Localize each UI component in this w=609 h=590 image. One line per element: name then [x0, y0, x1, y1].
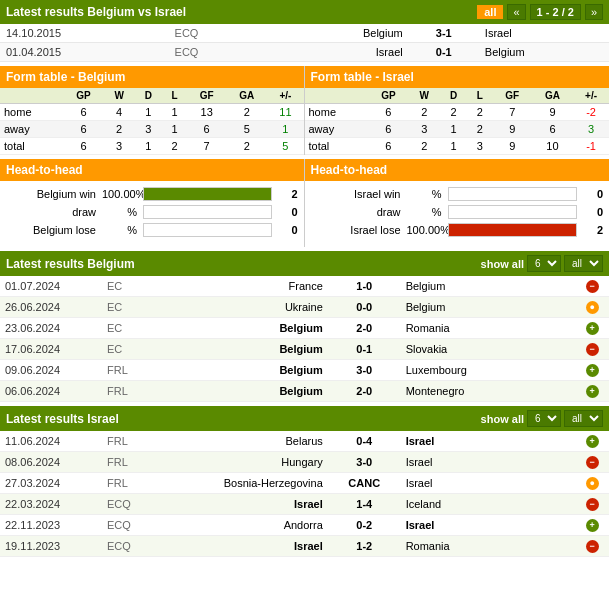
- form-header-cell: [0, 88, 63, 104]
- main-header: Latest results Belgium vs Israel all « 1…: [0, 0, 609, 24]
- h2h-count: 2: [278, 188, 298, 200]
- form-w: 2: [104, 121, 135, 138]
- result-icon: +: [575, 431, 609, 452]
- result-date: 01.07.2024: [0, 276, 102, 297]
- h2h-section: Head-to-head Belgium win 100.00% 2 draw …: [0, 159, 609, 247]
- latest-belgium-title: Latest results Belgium: [6, 257, 135, 271]
- form-label: total: [0, 138, 63, 155]
- h2h-label: draw: [311, 206, 401, 218]
- h2h-label: Belgium win: [6, 188, 96, 200]
- form-label: away: [0, 121, 63, 138]
- result-status-icon: ●: [586, 301, 599, 314]
- form-d: 1: [440, 121, 467, 138]
- h2h-bar: [144, 188, 271, 200]
- next-button[interactable]: »: [585, 4, 603, 20]
- form-gp: 6: [368, 121, 408, 138]
- result-icon: −: [575, 276, 609, 297]
- match-date: 01.04.2015: [0, 43, 169, 62]
- result-home: Belgium: [153, 318, 328, 339]
- result-score: CANC: [328, 473, 401, 494]
- result-home: Israel: [153, 494, 328, 515]
- result-score: 2-0: [328, 381, 401, 402]
- form-diff: 5: [267, 138, 303, 155]
- form-tables-section: Form table - Belgium GPWDLGFGA+/- home 6…: [0, 66, 609, 155]
- h2h-label: Israel win: [311, 188, 401, 200]
- result-away: Israel: [401, 515, 576, 536]
- result-row: 26.06.2024 EC Ukraine 0-0 Belgium ●: [0, 297, 609, 318]
- result-status-icon: +: [586, 322, 599, 335]
- latest-israel-table: 11.06.2024 FRL Belarus 0-4 Israel + 08.0…: [0, 431, 609, 557]
- show-all-belgium[interactable]: show all: [481, 258, 524, 270]
- latest-belgium-table: 01.07.2024 EC France 1-0 Belgium − 26.06…: [0, 276, 609, 402]
- h2h-israel-title: Head-to-head: [305, 159, 610, 181]
- result-comp: ECQ: [102, 515, 153, 536]
- filter-select-israel[interactable]: all: [564, 410, 603, 427]
- result-date: 26.06.2024: [0, 297, 102, 318]
- result-home: Belgium: [153, 381, 328, 402]
- result-away: Iceland: [401, 494, 576, 515]
- h2h-bar-container: [143, 223, 272, 237]
- result-icon: −: [575, 494, 609, 515]
- form-l: 2: [467, 104, 492, 121]
- result-icon: ●: [575, 297, 609, 318]
- form-header-cell: +/-: [573, 88, 609, 104]
- form-gf: 9: [493, 138, 532, 155]
- count-select-belgium[interactable]: 6: [527, 255, 561, 272]
- form-row: total 6 3 1 2 7 2 5: [0, 138, 304, 155]
- prev-button[interactable]: «: [507, 4, 525, 20]
- form-gf: 7: [187, 138, 226, 155]
- form-header-cell: GF: [493, 88, 532, 104]
- result-score: 2-0: [328, 318, 401, 339]
- form-header-cell: [305, 88, 369, 104]
- result-comp: EC: [102, 276, 153, 297]
- result-away: Romania: [401, 318, 576, 339]
- form-row: away 6 2 3 1 6 5 1: [0, 121, 304, 138]
- h2h-pct: %: [407, 206, 442, 218]
- form-header-cell: +/-: [267, 88, 303, 104]
- form-diff: -2: [573, 104, 609, 121]
- table-row: 14.10.2015 ECQ Belgium 3-1 Israel: [0, 24, 609, 43]
- form-w: 2: [409, 104, 440, 121]
- h2h-row: Belgium win 100.00% 2: [6, 187, 298, 201]
- show-all-israel[interactable]: show all: [481, 413, 524, 425]
- result-status-icon: −: [586, 280, 599, 293]
- result-status-icon: −: [586, 343, 599, 356]
- result-icon: +: [575, 515, 609, 536]
- h2h-row: Israel lose 100.00% 2: [311, 223, 604, 237]
- form-l: 2: [162, 138, 187, 155]
- result-row: 17.06.2024 EC Belgium 0-1 Slovakia −: [0, 339, 609, 360]
- result-score: 0-1: [328, 339, 401, 360]
- result-home: Andorra: [153, 515, 328, 536]
- result-home: France: [153, 276, 328, 297]
- result-score: 3-0: [328, 360, 401, 381]
- result-score: 1-2: [328, 536, 401, 557]
- form-gp: 6: [368, 104, 408, 121]
- form-ga: 9: [532, 104, 573, 121]
- form-israel-table: GPWDLGFGA+/- home 6 2 2 2 7 9 -2away 6 3…: [305, 88, 610, 155]
- result-date: 17.06.2024: [0, 339, 102, 360]
- form-row: home 6 4 1 1 13 2 11: [0, 104, 304, 121]
- h2h-belgium-title: Head-to-head: [0, 159, 304, 181]
- result-date: 27.03.2024: [0, 473, 102, 494]
- latest-israel-controls: show all 6 all: [481, 410, 603, 427]
- result-row: 22.03.2024 ECQ Israel 1-4 Iceland −: [0, 494, 609, 515]
- match-home: Israel: [259, 43, 409, 62]
- filter-select-belgium[interactable]: all: [564, 255, 603, 272]
- form-l: 2: [467, 121, 492, 138]
- form-belgium-table: GPWDLGFGA+/- home 6 4 1 1 13 2 11away 6 …: [0, 88, 304, 155]
- h2h-row: draw % 0: [6, 205, 298, 219]
- form-belgium-title: Form table - Belgium: [0, 66, 304, 88]
- h2h-row: Israel win % 0: [311, 187, 604, 201]
- result-icon: +: [575, 360, 609, 381]
- count-select-israel[interactable]: 6: [527, 410, 561, 427]
- all-button[interactable]: all: [477, 5, 503, 19]
- match-comp: ECQ: [169, 24, 259, 43]
- result-home: Hungary: [153, 452, 328, 473]
- h2h-belgium-col: Head-to-head Belgium win 100.00% 2 draw …: [0, 159, 305, 247]
- result-comp: ECQ: [102, 494, 153, 515]
- result-status-icon: +: [586, 435, 599, 448]
- header-title: Latest results Belgium vs Israel: [6, 5, 186, 19]
- form-l: 3: [467, 138, 492, 155]
- result-away: Luxembourg: [401, 360, 576, 381]
- result-comp: FRL: [102, 381, 153, 402]
